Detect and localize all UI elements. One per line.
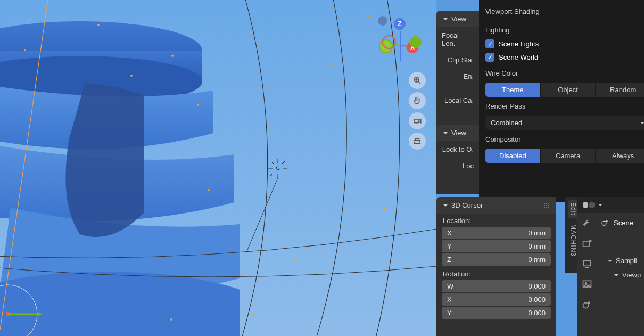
render-icon[interactable]: [582, 239, 592, 249]
lighting-label: Lighting: [485, 21, 644, 37]
svg-rect-26: [414, 119, 419, 123]
viewport-shading-popover: Viewport Shading Lighting ✓ Scene Lights…: [479, 0, 644, 202]
cursor-panel: 3D Cursor Location: X 0 mm Y 0 mm Z 0 mm…: [436, 197, 556, 336]
render-pass-select[interactable]: Combined: [485, 116, 644, 130]
chevron-down-icon: [598, 202, 603, 208]
focal-length-label: Focal Len.: [436, 27, 479, 52]
chevron-down-icon: [443, 203, 448, 208]
compositor-label: Compositor: [485, 130, 644, 146]
properties-header[interactable]: [577, 197, 644, 213]
cursor-loc-y[interactable]: Y 0 mm: [442, 240, 551, 252]
local-camera-label: Local Ca.: [436, 92, 479, 109]
svg-rect-27: [583, 202, 588, 208]
cursor-rot-y[interactable]: Y 0.000: [442, 307, 551, 319]
svg-point-34: [585, 282, 587, 284]
wire-color-object[interactable]: Object: [541, 83, 596, 97]
svg-point-35: [583, 303, 589, 308]
wireframe-overlay: [0, 0, 436, 336]
lock-to-object-label: Lock to O.: [436, 141, 479, 158]
cursor-panel-header[interactable]: 3D Cursor: [436, 197, 556, 214]
svg-line-12: [270, 173, 274, 176]
render-pass-value: Combined: [491, 119, 522, 127]
viewport-3d[interactable]: Z X: [0, 0, 436, 336]
rotation-label: Rotation:: [436, 267, 556, 279]
zoom-button[interactable]: [409, 72, 426, 89]
cursor-loc-z[interactable]: Z 0 mm: [442, 253, 551, 266]
check-icon: ✓: [485, 53, 494, 62]
cursor-panel-title: 3D Cursor: [451, 201, 483, 209]
compositor-segmented: Disabled Camera Always: [485, 149, 644, 163]
svg-line-13: [282, 173, 285, 176]
compositor-camera[interactable]: Camera: [541, 149, 596, 163]
chevron-down-icon: [607, 258, 613, 264]
svg-point-37: [602, 221, 606, 225]
wire-color-random[interactable]: Random: [596, 83, 644, 97]
sampling-section[interactable]: Sampli: [596, 253, 644, 268]
svg-point-38: [606, 220, 608, 222]
svg-rect-31: [583, 260, 590, 266]
sampling-label: Sampli: [616, 257, 637, 265]
view-panel-title: View: [451, 15, 466, 23]
image-icon[interactable]: [582, 279, 592, 290]
view-panel-title-2: View: [451, 129, 466, 137]
view-panel: View Focal Len. Clip Sta. En. Local Ca. …: [436, 11, 479, 194]
viewport-sampling-section[interactable]: Viewp: [596, 268, 644, 282]
cursor-rot-x[interactable]: X 0.000: [442, 293, 551, 306]
svg-point-5: [276, 167, 279, 170]
pan-button[interactable]: [409, 92, 426, 109]
scene-world-label: Scene World: [499, 53, 538, 61]
scene-icon[interactable]: [582, 299, 592, 310]
svg-rect-28: [589, 202, 595, 208]
svg-rect-30: [589, 240, 591, 242]
grip-icon[interactable]: [543, 202, 550, 209]
svg-marker-18: [37, 312, 43, 316]
orientation-gizmo[interactable]: Z X: [378, 16, 426, 64]
check-icon: ✓: [485, 39, 494, 48]
axis-neg-x[interactable]: [382, 35, 396, 49]
cursor-loc-x[interactable]: X 0 mm: [442, 227, 551, 239]
lock-rotation-label: Loc: [436, 158, 479, 174]
clip-end-label: En.: [436, 68, 479, 85]
view-panel-header-2[interactable]: View: [436, 125, 479, 141]
wire-color-segmented: Theme Object Random: [485, 83, 644, 97]
viewport-sampling-label: Viewp: [622, 271, 641, 279]
svg-rect-32: [585, 267, 589, 268]
shading-title: Viewport Shading: [485, 5, 644, 21]
chevron-down-icon: [640, 120, 644, 126]
properties-panel: Scene Sampli Viewp: [577, 197, 644, 336]
svg-line-11: [282, 161, 285, 164]
scene-icon: [601, 218, 609, 227]
svg-line-10: [270, 161, 274, 164]
render-pass-label: Render Pass: [485, 97, 644, 113]
scene-world-checkbox[interactable]: ✓ Scene World: [485, 51, 644, 64]
location-label: Location:: [436, 214, 556, 226]
wire-color-label: Wire Color: [485, 64, 644, 80]
display-mode-icon: [583, 201, 595, 209]
view-panel-header[interactable]: View: [436, 11, 479, 27]
ortho-toggle-button[interactable]: [409, 133, 426, 150]
scene-selector[interactable]: Scene: [596, 213, 644, 232]
compositor-always[interactable]: Always: [596, 149, 644, 163]
scene-lights-label: Scene Lights: [499, 40, 539, 48]
scene-lights-checkbox[interactable]: ✓ Scene Lights: [485, 37, 644, 51]
cursor-rot-w[interactable]: W 0.000: [442, 280, 551, 292]
axis-z[interactable]: Z: [394, 18, 406, 30]
svg-rect-29: [583, 241, 590, 247]
svg-point-36: [588, 301, 590, 304]
clip-start-label: Clip Sta.: [436, 52, 479, 68]
n-panel-tabs[interactable]: Edit MACHIN3: [565, 197, 578, 273]
scene-name: Scene: [614, 219, 633, 227]
camera-view-button[interactable]: [409, 112, 426, 129]
compositor-disabled[interactable]: Disabled: [485, 149, 541, 163]
wire-color-theme[interactable]: Theme: [485, 83, 541, 97]
axis-y[interactable]: [410, 36, 422, 48]
svg-line-23: [418, 81, 420, 84]
tool-icon[interactable]: [582, 218, 592, 229]
output-icon[interactable]: [582, 259, 592, 269]
chevron-down-icon: [614, 273, 619, 278]
